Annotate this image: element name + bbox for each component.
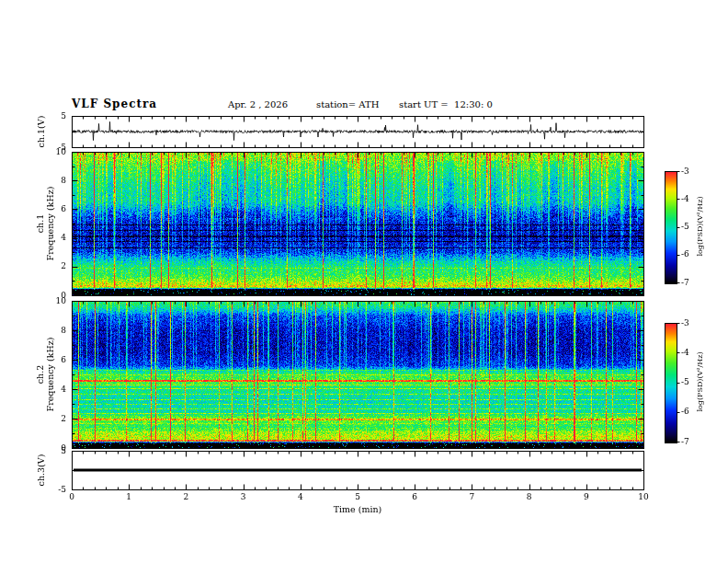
- x-tick-label: 1: [119, 492, 138, 502]
- ch2-spec-axis-label-line2: Frequency (kHz): [45, 338, 55, 412]
- volt-tick-label: 5: [46, 446, 66, 456]
- x-tick-label: 5: [348, 492, 367, 502]
- x-tick-label: 8: [520, 492, 539, 502]
- ch2-spec-axis-label: ch.2 Frequency (kHz): [35, 338, 55, 412]
- ch1-spec-axis-label-line2: Frequency (kHz): [45, 187, 55, 261]
- freq-tick-label: 6: [46, 355, 66, 365]
- x-tick-label: 7: [462, 492, 481, 502]
- x-tick-label: 3: [234, 492, 253, 502]
- colorbar2-label: log(PSD)(V²/Hz): [695, 351, 705, 411]
- x-tick-label: 10: [634, 492, 653, 502]
- ch1-spec-axis-label-line1: ch.1: [35, 187, 45, 261]
- colorbar-tick-label: -5: [681, 377, 689, 387]
- volt-tick-label: -5: [46, 143, 66, 153]
- colorbar-tick-label: -6: [681, 249, 689, 259]
- freq-tick-label: 2: [46, 261, 66, 271]
- colorbar1-label: log(PSD)(V²/Hz): [695, 196, 705, 256]
- volt-tick-label: -5: [46, 485, 66, 495]
- colorbar-tick-label: -4: [681, 194, 689, 204]
- colorbar-tick-label: -7: [681, 437, 689, 447]
- x-tick-label: 4: [291, 492, 310, 502]
- ch1-spec-axis-label: ch.1 Frequency (kHz): [35, 187, 55, 261]
- colorbar-tick-label: -7: [681, 278, 689, 288]
- x-tick-label: 6: [405, 492, 424, 502]
- freq-tick-label: 4: [46, 233, 66, 243]
- colorbar-tick-label: -3: [681, 167, 689, 177]
- colorbar-tick-label: -5: [681, 222, 689, 232]
- freq-tick-label: 2: [46, 414, 66, 424]
- x-axis-title: Time (min): [312, 504, 404, 514]
- x-tick-label: 2: [176, 492, 195, 502]
- freq-tick-label: 4: [46, 385, 66, 395]
- axes-overlay-canvas: [0, 0, 728, 563]
- vlf-spectra-figure: VLF Spectra Apr. 2 , 2026 station= ATH s…: [0, 0, 728, 563]
- x-tick-label: 9: [577, 492, 596, 502]
- ch1-volt-axis-label: ch.1(V): [36, 116, 46, 148]
- freq-tick-label: 8: [46, 326, 66, 336]
- freq-tick-label: 8: [46, 176, 66, 186]
- freq-tick-label: 6: [46, 204, 66, 214]
- colorbar-tick-label: -6: [681, 407, 689, 417]
- freq-tick-label: 10: [46, 296, 66, 306]
- volt-tick-label: 5: [46, 111, 66, 121]
- colorbar-tick-label: -4: [681, 348, 689, 358]
- colorbar-tick-label: -3: [681, 318, 689, 328]
- ch2-spec-axis-label-line1: ch.2: [35, 338, 45, 412]
- ch3-volt-axis-label: ch.3(V): [36, 454, 46, 487]
